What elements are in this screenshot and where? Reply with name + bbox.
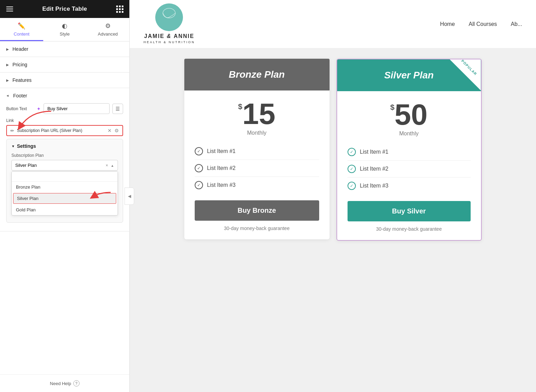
link-label: Link — [6, 118, 123, 123]
top-bar: Edit Price Table — [0, 0, 129, 18]
chevron-right-icon: ▶ — [6, 63, 9, 67]
chevron-down-icon: ▼ — [6, 94, 10, 97]
select-clear-button[interactable]: × — [105, 163, 108, 168]
subscription-plan-select: Silver Plan × ▲ Bronze Plan — [11, 160, 118, 216]
buy-silver-button[interactable]: Buy Silver — [348, 201, 471, 221]
list-item: ✓ List Item #3 — [195, 177, 319, 193]
accordion-footer-toggle[interactable]: ▼ Footer — [0, 88, 129, 103]
silver-card-body: $ 50 Monthly ✓ List Item #1 ✓ List Item … — [337, 91, 481, 240]
silver-price-dollar: $ — [390, 103, 395, 112]
silver-price-number: 50 — [395, 99, 428, 129]
check-icon: ✓ — [348, 182, 356, 190]
silver-feature-list: ✓ List Item #1 ✓ List Item #2 ✓ List Ite… — [348, 144, 471, 194]
nav-links: Home All Courses Ab... — [440, 21, 522, 27]
link-input-wrapper: ✏ Subscription Plan URL (Silver Plan) ✕ … — [6, 125, 123, 136]
list-item: ✓ List Item #1 — [348, 144, 471, 161]
grid-icon[interactable] — [116, 6, 123, 13]
accordion-header-toggle[interactable]: ▶ Header — [0, 41, 129, 57]
nav-link-about[interactable]: Ab... — [511, 21, 522, 27]
link-input-text: Subscription Plan URL (Silver Plan) — [17, 128, 105, 133]
chevron-right-icon: ▶ — [6, 78, 9, 82]
site-nav: JAMIE & ANNIE HEALTH & NUTRITION Home Al… — [130, 0, 536, 48]
check-icon: ✓ — [348, 165, 356, 173]
accordion-header: ▶ Header — [0, 41, 129, 57]
bronze-card: Bronze Plan $ 15 Monthly ✓ List Item #1 … — [184, 59, 330, 239]
silver-card-title: Silver Plan — [344, 70, 474, 81]
bronze-price-display: $ 15 — [238, 99, 276, 128]
magic-icon[interactable]: ✦ — [37, 106, 41, 112]
silver-price-display: $ 50 — [390, 99, 428, 129]
pricing-area: Bronze Plan $ 15 Monthly ✓ List Item #1 … — [130, 48, 536, 392]
accordion-footer: ▼ Footer Button Text ✦ ☰ Link — [0, 88, 129, 231]
button-text-label: Button Text — [6, 106, 34, 111]
check-icon: ✓ — [195, 164, 203, 172]
button-text-row: Button Text ✦ ☰ — [6, 103, 123, 114]
link-clear-button[interactable]: ✕ — [108, 128, 112, 133]
pencil-icon: ✏ — [10, 128, 14, 133]
accordion-features-toggle[interactable]: ▶ Features — [0, 73, 129, 88]
dropdown-option-bronze[interactable]: Bronze Plan — [12, 182, 118, 192]
dropdown-option-silver[interactable]: Silver Plan — [13, 193, 116, 204]
need-help-text: Need Help — [50, 381, 71, 386]
nav-link-courses[interactable]: All Courses — [469, 21, 497, 27]
check-icon: ✓ — [348, 148, 356, 156]
tab-style[interactable]: ◐ Style — [43, 18, 86, 41]
help-circle-icon[interactable]: ? — [73, 380, 80, 386]
tab-advanced[interactable]: ⚙ Advanced — [86, 18, 129, 41]
list-item: ✓ List Item #1 — [195, 143, 319, 160]
bronze-guarantee: 30-day money-back guarantee — [224, 226, 290, 231]
need-help-section: Need Help ? — [0, 374, 129, 392]
dropdown-option-gold[interactable]: Gold Plan — [12, 204, 118, 215]
accordion-pricing-toggle[interactable]: ▶ Pricing — [0, 57, 129, 72]
chevron-right-icon: ▶ — [6, 47, 9, 51]
bronze-feature-list: ✓ List Item #1 ✓ List Item #2 ✓ List Ite… — [195, 143, 319, 193]
nav-link-home[interactable]: Home — [440, 21, 455, 27]
button-text-input[interactable] — [44, 103, 110, 114]
logo-circle — [155, 3, 183, 31]
logo-subtext: HEALTH & NUTRITION — [144, 40, 195, 45]
footer-content: Button Text ✦ ☰ Link — [0, 103, 129, 231]
align-button[interactable]: ☰ — [112, 104, 123, 114]
check-icon: ✓ — [195, 181, 203, 189]
style-icon: ◐ — [62, 22, 67, 30]
logo-text: JAMIE & ANNIE — [144, 32, 195, 40]
accordion-pricing: ▶ Pricing — [0, 57, 129, 73]
settings-subsection: ▼ Settings Subscription Plan Silver Plan… — [6, 139, 123, 223]
tab-content[interactable]: ✏️ Content — [0, 18, 43, 41]
bronze-price-number: 15 — [242, 99, 276, 128]
collapse-handle[interactable]: ◀ — [124, 188, 134, 205]
right-panel: JAMIE & ANNIE HEALTH & NUTRITION Home Al… — [130, 0, 536, 392]
settings-chevron-icon: ▼ — [11, 144, 15, 148]
list-item: ✓ List Item #3 — [348, 178, 471, 194]
pencil-icon: ✏️ — [18, 22, 25, 30]
silver-card: Silver Plan POPULAR $ 50 Monthly ✓ List … — [336, 59, 482, 241]
dropdown-list: Bronze Plan Silve — [11, 171, 118, 216]
select-arrow-icon: ▲ — [111, 164, 114, 168]
tabs-container: ✏️ Content ◐ Style ⚙ Advanced — [0, 18, 129, 41]
silver-card-header: Silver Plan POPULAR — [337, 59, 481, 91]
list-item: ✓ List Item #2 — [195, 160, 319, 177]
bronze-price-period: Monthly — [247, 130, 266, 136]
silver-price-period: Monthly — [399, 131, 418, 137]
list-item: ✓ List Item #2 — [348, 161, 471, 178]
gear-icon: ⚙ — [105, 22, 111, 30]
settings-title: ▼ Settings — [11, 143, 118, 149]
subscription-plan-label: Subscription Plan — [11, 153, 118, 158]
select-display[interactable]: Silver Plan × ▲ — [11, 160, 118, 171]
bronze-card-title: Bronze Plan — [191, 69, 323, 80]
select-value: Silver Plan — [15, 163, 37, 168]
bronze-price-dollar: $ — [238, 102, 242, 111]
accordion-features: ▶ Features — [0, 73, 129, 88]
hamburger-icon[interactable] — [6, 7, 13, 11]
silver-guarantee: 30-day money-back guarantee — [376, 226, 442, 232]
logo-area: JAMIE & ANNIE HEALTH & NUTRITION — [144, 3, 195, 45]
bronze-card-body: $ 15 Monthly ✓ List Item #1 ✓ List Item … — [184, 90, 330, 239]
link-settings-button[interactable]: ⚙ — [114, 128, 119, 133]
buy-bronze-button[interactable]: Buy Bronze — [195, 200, 319, 221]
check-icon: ✓ — [195, 147, 203, 155]
dropdown-search-input[interactable] — [12, 172, 118, 182]
logo-svg — [155, 3, 183, 31]
bronze-card-header: Bronze Plan — [184, 59, 330, 90]
page-title: Edit Price Table — [42, 6, 87, 12]
left-panel: Edit Price Table ✏️ Content ◐ Style ⚙ Ad… — [0, 0, 130, 392]
